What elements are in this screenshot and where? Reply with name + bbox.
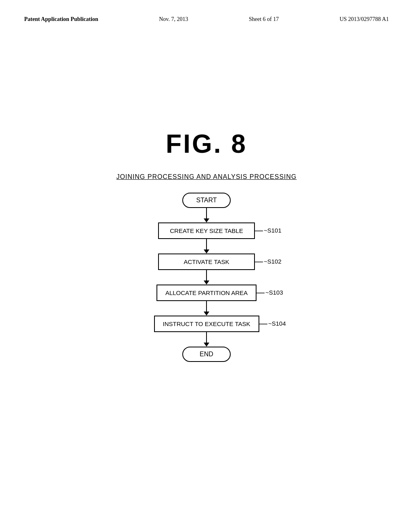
start-node: START <box>182 193 231 208</box>
figure-title: FIG. 8 <box>0 129 413 159</box>
diagram-container: JOINING PROCESSING AND ANALYSIS PROCESSI… <box>0 173 413 362</box>
arrow-head <box>204 249 209 254</box>
arrow-line <box>206 208 207 218</box>
arrow-line <box>206 332 207 343</box>
header-sheet: Sheet 6 of 17 <box>249 16 279 23</box>
s101-node: CREATE KEY SIZE TABLE <box>158 222 255 239</box>
s103-node: ALLOCATE PARTITION AREA <box>156 285 257 301</box>
start-row: START <box>182 193 231 208</box>
header-publication-type: Patent Application Publication <box>24 16 98 23</box>
header-patent-number: US 2013/0297788 A1 <box>340 16 389 23</box>
s103-connector: ~S103 <box>257 289 285 297</box>
arrow-head <box>204 218 209 222</box>
arrow-2 <box>204 239 209 254</box>
header-date: Nov. 7, 2013 <box>159 16 188 23</box>
arrow-line <box>206 270 207 281</box>
svg-text:~S104: ~S104 <box>268 320 286 327</box>
svg-text:~S102: ~S102 <box>264 258 282 265</box>
s102-row: ACTIVATE TASK ~S102 <box>158 254 255 270</box>
arrow-4 <box>204 301 209 316</box>
diagram-title: JOINING PROCESSING AND ANALYSIS PROCESSI… <box>116 173 296 181</box>
arrow-head <box>204 312 209 316</box>
arrow-head <box>204 343 209 347</box>
s103-row: ALLOCATE PARTITION AREA ~S103 <box>156 285 257 301</box>
arrow-line <box>206 301 207 312</box>
s104-node: INSTRUCT TO EXECUTE TASK <box>154 316 259 332</box>
svg-text:~S101: ~S101 <box>264 227 282 234</box>
arrow-head <box>204 281 209 285</box>
svg-text:~S103: ~S103 <box>265 289 283 296</box>
page-header: Patent Application Publication Nov. 7, 2… <box>24 16 389 23</box>
s104-row: INSTRUCT TO EXECUTE TASK ~S104 <box>154 316 259 332</box>
s101-connector: ~S101 <box>255 227 283 235</box>
arrow-5 <box>204 332 209 347</box>
s101-row: CREATE KEY SIZE TABLE ~S101 <box>158 222 255 239</box>
s102-connector: ~S102 <box>255 258 283 266</box>
s102-node: ACTIVATE TASK <box>158 254 255 270</box>
s104-connector: ~S104 <box>259 320 288 328</box>
arrow-1 <box>204 208 209 222</box>
flowchart: START CREATE KEY SIZE TABLE ~S101 <box>154 193 259 362</box>
end-row: END <box>182 347 231 362</box>
arrow-line <box>206 239 207 249</box>
end-node: END <box>182 347 231 362</box>
arrow-3 <box>204 270 209 285</box>
patent-page: Patent Application Publication Nov. 7, 2… <box>0 0 413 532</box>
